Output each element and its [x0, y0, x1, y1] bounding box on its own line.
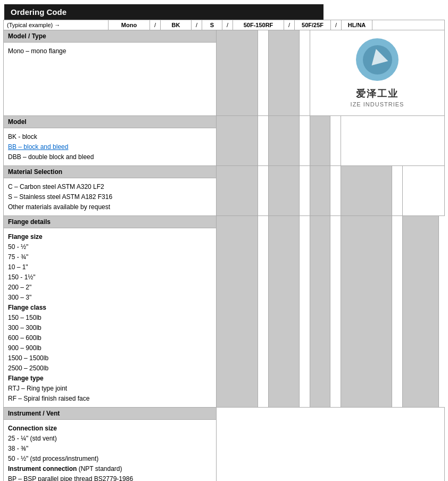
- flange-class-1: 150 – 150lb: [8, 313, 212, 322]
- material-text-1: C – Carbon steel ASTM A320 LF2: [8, 182, 212, 192]
- model-type-right: 爱泽工业 IZE INDUSTRIES: [217, 30, 444, 115]
- material-section: Material Selection C – Carbon steel ASTM…: [4, 166, 217, 215]
- white-sep-4d: [392, 216, 403, 407]
- material-text-2: S – Stainless steel ASTM A182 F316: [8, 192, 212, 202]
- white-sep-3b: [330, 116, 341, 165]
- sep-5: /: [331, 20, 342, 30]
- model-text-3: DBB – double block and bleed: [8, 152, 212, 162]
- flange-type-title: Flange type: [8, 374, 212, 383]
- gray-col-1c: [217, 166, 258, 215]
- model-body: BK - block BB – block and bleed DBB – do…: [4, 128, 216, 165]
- gray-col-2b: [269, 116, 300, 165]
- gray-col-1d: [217, 216, 258, 407]
- sep-1: /: [150, 20, 161, 30]
- model-type-header: Model / Type: [4, 30, 216, 43]
- white-sep-2d: [300, 216, 310, 407]
- gray-col-2: [269, 30, 300, 115]
- model-type-row: Model / Type Mono – mono flange: [4, 30, 444, 116]
- material-header: Material Selection: [4, 166, 216, 178]
- gray-col-1: [217, 30, 258, 115]
- sep-2: /: [192, 20, 202, 30]
- flange-body: Flange size 50 - ½" 75 - ¾" 10 – 1" 150 …: [4, 228, 216, 407]
- logo-english: IZE INDUSTRIES: [351, 101, 404, 107]
- model-header: Model: [4, 116, 216, 128]
- logo-area: 爱泽工业 IZE INDUSTRIES: [310, 30, 444, 115]
- gray-col-3c: [310, 166, 330, 215]
- flange-type-1: RTJ – Ring type joint: [8, 384, 212, 393]
- flange-size-3: 10 – 1": [8, 262, 212, 272]
- material-right: [217, 166, 444, 215]
- flange-size-2: 75 - ¾": [8, 252, 212, 262]
- white-sep-2c: [300, 166, 310, 215]
- instrument-row: Instrument / Vent Connection size 25 - ¼…: [4, 408, 444, 481]
- flange-type-2: RF – Spiral finish raised face: [8, 394, 212, 403]
- flange-class-6: 2500 – 2500lb: [8, 363, 212, 373]
- content-area: Model / Type Mono – mono flange: [3, 30, 445, 481]
- inst-conn-1: BP – BSP parallel pipe thread BS2779-198…: [8, 474, 212, 481]
- conn-size-1: 25 - ¼" (std vent): [8, 434, 212, 443]
- gray-col-3d: [310, 216, 330, 407]
- flange-size-5: 200 – 2": [8, 283, 212, 292]
- flange-class-4: 900 – 900lb: [8, 343, 212, 353]
- flange-header: Flange details: [4, 216, 216, 228]
- white-sep-2b: [300, 116, 310, 165]
- typical-example-label: (Typical example) →: [4, 20, 109, 30]
- logo-chinese: 爱泽工业: [356, 87, 399, 100]
- model-text-1: BK - block: [8, 132, 212, 142]
- gray-col-4d: [341, 216, 392, 407]
- flange-size-4: 150 - 1½": [8, 272, 212, 282]
- gray-col-5d: [403, 216, 439, 407]
- gray-col-2c: [269, 166, 300, 215]
- material-row: Material Selection C – Carbon steel ASTM…: [4, 166, 444, 216]
- white-sep-1: [258, 30, 269, 115]
- model-type-section: Model / Type Mono – mono flange: [4, 30, 217, 115]
- white-sep-5d: [439, 216, 448, 407]
- flange-size-title: Flange size: [8, 232, 212, 242]
- flange-class-2: 300 – 300lb: [8, 323, 212, 333]
- instrument-section: Instrument / Vent Connection size 25 - ¼…: [4, 408, 217, 481]
- white-sep-2: [300, 30, 310, 115]
- model-section: Model BK - block BB – block and bleed DB…: [4, 116, 217, 165]
- gray-col-3b: [310, 116, 330, 165]
- flange-class-5: 1500 – 1500lb: [8, 353, 212, 363]
- flange-section: Flange details Flange size 50 - ½" 75 - …: [4, 216, 217, 407]
- conn-size-2: 38 - ⅜": [8, 444, 212, 453]
- flange-size-1: 50 - ½": [8, 242, 212, 252]
- page-title: Ordering Code: [4, 4, 323, 20]
- flange-class-title: Flange class: [8, 303, 212, 312]
- model-type-text: Mono – mono flange: [8, 46, 212, 56]
- col-hl: HL/NA: [342, 20, 372, 30]
- instrument-header: Instrument / Vent: [4, 408, 216, 420]
- connection-size-title: Connection size: [8, 424, 212, 433]
- right-white-2c: [403, 166, 444, 215]
- flange-size-6: 300 – 3": [8, 293, 212, 302]
- white-sep-1b: [258, 116, 269, 165]
- header-row: (Typical example) → Mono / BK / S / 50F-…: [3, 20, 445, 30]
- white-sep-3d: [330, 216, 341, 407]
- sep-3: /: [222, 20, 233, 30]
- right-white-1b: [341, 116, 444, 165]
- instrument-body: Connection size 25 - ¼" (std vent) 38 - …: [4, 420, 216, 481]
- material-text-3: Other materials available by request: [8, 202, 212, 212]
- col-50f: 50F-150RF: [233, 20, 284, 30]
- model-right: [217, 116, 444, 165]
- white-sep-1d: [258, 216, 269, 407]
- col-bk: BK: [161, 20, 192, 30]
- instrument-right: [217, 408, 444, 481]
- conn-size-3: 50 - ½" (std process/instrument): [8, 454, 212, 463]
- flange-class-3: 600 – 600lb: [8, 333, 212, 343]
- col-25f: 50F/25F: [295, 20, 331, 30]
- logo-circle: [356, 38, 399, 81]
- gray-col-1b: [217, 116, 258, 165]
- gray-col-4c: [341, 166, 392, 215]
- page: Ordering Code (Typical example) → Mono /…: [0, 4, 448, 481]
- gray-col-2d: [269, 216, 300, 407]
- model-type-body: Mono – mono flange: [4, 43, 216, 60]
- col-s: S: [202, 20, 222, 30]
- model-row: Model BK - block BB – block and bleed DB…: [4, 116, 444, 166]
- white-sep-4c: [392, 166, 403, 215]
- right-white-full: [217, 408, 444, 481]
- inst-conn-title: Instrument connection (NPT standard): [8, 464, 212, 474]
- material-body: C – Carbon steel ASTM A320 LF2 S – Stain…: [4, 178, 216, 215]
- col-mono: Mono: [109, 20, 150, 30]
